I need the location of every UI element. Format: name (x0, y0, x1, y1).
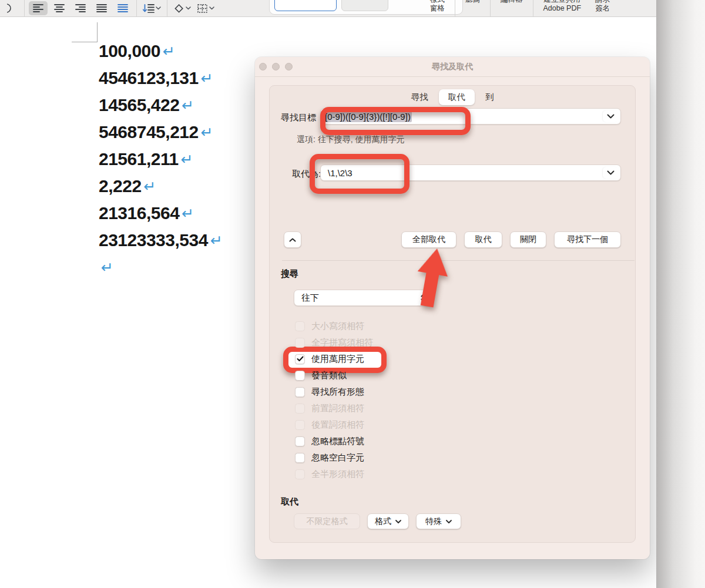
number-text: 4546123,131 (99, 68, 199, 88)
document-line: 23123333,534↵ (99, 227, 223, 254)
format-menu-button[interactable]: 格式 (367, 513, 409, 529)
number-text: 21561,211 (99, 149, 179, 169)
number-text: 100,000 (99, 41, 160, 61)
ribbon-right-buttons: 樣式窗格聽寫編輯器建立並共用Adobe PDF請求簽名 (423, 0, 617, 16)
paragraph-mark-icon: ↵ (182, 205, 194, 222)
toolbar-separator (533, 0, 533, 17)
document-line: 2,222↵ (99, 173, 223, 200)
checkbox-row: 尋找所有形態 (295, 384, 364, 400)
close-button[interactable]: 關閉 (510, 231, 546, 248)
borders-button[interactable] (195, 1, 216, 15)
tab-bar: 尋找取代到 (255, 89, 650, 105)
checkbox-label: 忽略空白字元 (311, 452, 364, 463)
checkbox-unchecked (295, 420, 305, 430)
ribbon-button-adobe-pdf[interactable]: 建立並共用Adobe PDF (536, 0, 589, 13)
checkbox-label: 後置詞須相符 (311, 419, 364, 431)
ribbon-button-label: 簽名 (595, 4, 610, 13)
checkbox-label: 大小寫須相符 (311, 321, 364, 332)
align-right-button[interactable] (71, 1, 90, 15)
number-text: 21316,564 (99, 203, 179, 223)
no-format-button[interactable]: 不限定格式 (294, 513, 360, 529)
style-gallery-normal[interactable] (274, 0, 337, 11)
align-distribute-icon (118, 4, 128, 13)
search-section-heading: 搜尋 (281, 268, 298, 280)
checkbox-row: 前置詞須相符 (295, 400, 364, 416)
document-line: 21561,211↵ (99, 146, 223, 173)
ribbon-button-label: 樣式 (430, 0, 445, 4)
align-left-button[interactable] (29, 1, 48, 15)
checkbox-row: 使用萬用字元 (295, 351, 364, 367)
ribbon-button-request-signatures[interactable]: 請求簽名 (588, 0, 617, 13)
checkbox-unchecked (295, 321, 305, 331)
document-text: 100,000↵4546123,131↵14565,422↵5468745,21… (99, 38, 223, 281)
find-label: 尋找目標 (281, 112, 316, 123)
ribbon-button-label: Adobe PDF (543, 4, 582, 13)
checkbox-label: 全半形須相符 (311, 469, 364, 480)
paragraph-mark-icon: ↵ (201, 70, 213, 87)
checkbox-unchecked[interactable] (295, 453, 305, 463)
special-menu-button[interactable]: 特殊 (416, 513, 461, 529)
special-menu-label: 特殊 (425, 516, 442, 527)
borders-icon (197, 4, 208, 14)
page-margin-corner-mark (72, 22, 98, 42)
ribbon-button-dictate[interactable]: 聽寫 (458, 0, 487, 4)
checkbox-unchecked[interactable] (295, 387, 305, 397)
shading-icon (173, 4, 184, 14)
ribbon-button-label: 編輯器 (501, 0, 523, 4)
desktop-background (656, 0, 705, 588)
replace-section-heading: 取代 (281, 496, 298, 508)
align-center-button[interactable] (50, 1, 69, 15)
tab-尋找[interactable]: 尋找 (402, 89, 438, 105)
dialog-titlebar[interactable]: 尋找及取代 (255, 57, 650, 77)
replace-all-button[interactable]: 全部取代 (401, 231, 456, 248)
annotation-box-find (320, 107, 471, 135)
checkbox-checked[interactable] (295, 354, 305, 364)
checkbox-label: 尋找所有形態 (311, 387, 364, 398)
shading-button[interactable] (172, 1, 193, 15)
checkbox-row: 全半形須相符 (295, 466, 364, 482)
paragraph-mark-icon: ↵ (210, 232, 223, 249)
toolbar-separator (136, 0, 137, 17)
ribbon-button-styles-pane[interactable]: 樣式窗格 (423, 0, 452, 13)
replace-dropdown-chevron-icon[interactable] (603, 167, 618, 179)
align-distribute-button[interactable] (113, 1, 132, 15)
ribbon-toolbar: 樣式窗格聽寫編輯器建立並共用Adobe PDF請求簽名 (0, 0, 656, 17)
paragraph-tools-group (0, 0, 217, 16)
checkbox-label: 發音類似 (311, 370, 347, 381)
align-right-icon (75, 4, 86, 13)
paragraph-mark-icon: ↵ (181, 151, 193, 168)
word-window: 樣式窗格聽寫編輯器建立並共用Adobe PDF請求簽名 100,000↵4546… (0, 0, 656, 588)
find-next-button[interactable]: 尋找下一個 (554, 231, 621, 248)
checkbox-row: 後置詞須相符 (295, 416, 364, 433)
line-spacing-button[interactable] (141, 1, 163, 15)
checkbox-unchecked[interactable] (295, 436, 305, 446)
collapse-button[interactable] (284, 231, 301, 248)
document-line: 5468745,212↵ (99, 119, 223, 146)
format-menu-label: 格式 (375, 516, 391, 527)
chevron-down-icon[interactable] (156, 6, 161, 10)
paragraph-mark-icon: ↵ (201, 124, 213, 141)
align-justify-button[interactable] (92, 1, 111, 15)
find-dropdown-chevron-icon[interactable] (603, 110, 618, 122)
document-line: 21316,564↵ (99, 200, 223, 227)
tab-到[interactable]: 到 (476, 89, 503, 105)
tab-取代[interactable]: 取代 (439, 89, 475, 105)
checkbox-unchecked (295, 469, 305, 479)
number-text: 5468745,212 (99, 122, 199, 142)
number-text: 23123333,534 (99, 230, 208, 250)
chevron-down-icon[interactable] (186, 6, 191, 10)
chevron-down-icon[interactable] (209, 6, 214, 10)
paragraph-mark-icon: ↵ (182, 97, 194, 114)
ribbon-button-label: 聽寫 (465, 0, 480, 4)
ribbon-button-editor[interactable]: 編輯器 (494, 0, 530, 4)
checkbox-label: 前置詞須相符 (311, 403, 364, 414)
align-justify-icon (96, 4, 107, 13)
clipped-circle-button[interactable] (1, 1, 20, 15)
checkbox-unchecked[interactable] (295, 371, 305, 381)
line-spacing-icon (143, 4, 155, 13)
replace-button[interactable]: 取代 (464, 231, 502, 248)
style-gallery-no-spacing[interactable] (341, 0, 388, 11)
document-line: ↵ (99, 254, 223, 281)
section-divider (282, 260, 634, 261)
checkbox-label: 全字拼寫須相符 (311, 337, 373, 348)
